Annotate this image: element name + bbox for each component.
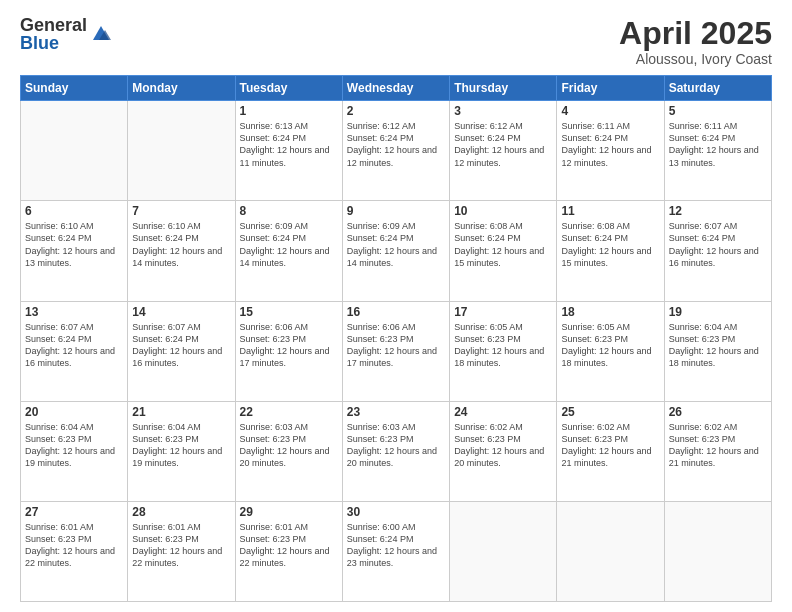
table-row: 23Sunrise: 6:03 AMSunset: 6:23 PMDayligh… bbox=[342, 401, 449, 501]
table-row: 19Sunrise: 6:04 AMSunset: 6:23 PMDayligh… bbox=[664, 301, 771, 401]
day-info: Sunrise: 6:02 AMSunset: 6:23 PMDaylight:… bbox=[669, 421, 767, 470]
table-row: 8Sunrise: 6:09 AMSunset: 6:24 PMDaylight… bbox=[235, 201, 342, 301]
day-number: 27 bbox=[25, 505, 123, 519]
day-info: Sunrise: 6:12 AMSunset: 6:24 PMDaylight:… bbox=[454, 120, 552, 169]
month-title: April 2025 bbox=[619, 16, 772, 51]
day-info: Sunrise: 6:08 AMSunset: 6:24 PMDaylight:… bbox=[454, 220, 552, 269]
day-number: 26 bbox=[669, 405, 767, 419]
calendar-week-row: 27Sunrise: 6:01 AMSunset: 6:23 PMDayligh… bbox=[21, 501, 772, 601]
table-row: 21Sunrise: 6:04 AMSunset: 6:23 PMDayligh… bbox=[128, 401, 235, 501]
header-tuesday: Tuesday bbox=[235, 76, 342, 101]
day-info: Sunrise: 6:12 AMSunset: 6:24 PMDaylight:… bbox=[347, 120, 445, 169]
day-info: Sunrise: 6:13 AMSunset: 6:24 PMDaylight:… bbox=[240, 120, 338, 169]
weekday-header-row: Sunday Monday Tuesday Wednesday Thursday… bbox=[21, 76, 772, 101]
logo: General Blue bbox=[20, 16, 113, 52]
day-info: Sunrise: 6:00 AMSunset: 6:24 PMDaylight:… bbox=[347, 521, 445, 570]
day-number: 20 bbox=[25, 405, 123, 419]
table-row bbox=[557, 501, 664, 601]
table-row: 13Sunrise: 6:07 AMSunset: 6:24 PMDayligh… bbox=[21, 301, 128, 401]
table-row: 6Sunrise: 6:10 AMSunset: 6:24 PMDaylight… bbox=[21, 201, 128, 301]
day-number: 21 bbox=[132, 405, 230, 419]
logo-general-text: General bbox=[20, 16, 87, 34]
header-friday: Friday bbox=[557, 76, 664, 101]
calendar-week-row: 13Sunrise: 6:07 AMSunset: 6:24 PMDayligh… bbox=[21, 301, 772, 401]
table-row: 27Sunrise: 6:01 AMSunset: 6:23 PMDayligh… bbox=[21, 501, 128, 601]
table-row: 14Sunrise: 6:07 AMSunset: 6:24 PMDayligh… bbox=[128, 301, 235, 401]
day-number: 15 bbox=[240, 305, 338, 319]
day-number: 17 bbox=[454, 305, 552, 319]
table-row: 18Sunrise: 6:05 AMSunset: 6:23 PMDayligh… bbox=[557, 301, 664, 401]
table-row: 3Sunrise: 6:12 AMSunset: 6:24 PMDaylight… bbox=[450, 101, 557, 201]
table-row: 2Sunrise: 6:12 AMSunset: 6:24 PMDaylight… bbox=[342, 101, 449, 201]
day-number: 24 bbox=[454, 405, 552, 419]
table-row: 25Sunrise: 6:02 AMSunset: 6:23 PMDayligh… bbox=[557, 401, 664, 501]
table-row bbox=[664, 501, 771, 601]
calendar-week-row: 1Sunrise: 6:13 AMSunset: 6:24 PMDaylight… bbox=[21, 101, 772, 201]
table-row: 11Sunrise: 6:08 AMSunset: 6:24 PMDayligh… bbox=[557, 201, 664, 301]
day-number: 7 bbox=[132, 204, 230, 218]
day-info: Sunrise: 6:06 AMSunset: 6:23 PMDaylight:… bbox=[240, 321, 338, 370]
calendar-week-row: 6Sunrise: 6:10 AMSunset: 6:24 PMDaylight… bbox=[21, 201, 772, 301]
day-number: 19 bbox=[669, 305, 767, 319]
day-number: 12 bbox=[669, 204, 767, 218]
day-number: 13 bbox=[25, 305, 123, 319]
calendar-header: Sunday Monday Tuesday Wednesday Thursday… bbox=[21, 76, 772, 101]
day-number: 28 bbox=[132, 505, 230, 519]
day-info: Sunrise: 6:01 AMSunset: 6:23 PMDaylight:… bbox=[25, 521, 123, 570]
calendar-week-row: 20Sunrise: 6:04 AMSunset: 6:23 PMDayligh… bbox=[21, 401, 772, 501]
location-subtitle: Aloussou, Ivory Coast bbox=[619, 51, 772, 67]
day-number: 5 bbox=[669, 104, 767, 118]
table-row: 22Sunrise: 6:03 AMSunset: 6:23 PMDayligh… bbox=[235, 401, 342, 501]
day-number: 1 bbox=[240, 104, 338, 118]
table-row: 4Sunrise: 6:11 AMSunset: 6:24 PMDaylight… bbox=[557, 101, 664, 201]
table-row: 1Sunrise: 6:13 AMSunset: 6:24 PMDaylight… bbox=[235, 101, 342, 201]
day-info: Sunrise: 6:02 AMSunset: 6:23 PMDaylight:… bbox=[561, 421, 659, 470]
day-info: Sunrise: 6:02 AMSunset: 6:23 PMDaylight:… bbox=[454, 421, 552, 470]
day-number: 16 bbox=[347, 305, 445, 319]
table-row: 28Sunrise: 6:01 AMSunset: 6:23 PMDayligh… bbox=[128, 501, 235, 601]
table-row: 29Sunrise: 6:01 AMSunset: 6:23 PMDayligh… bbox=[235, 501, 342, 601]
day-info: Sunrise: 6:10 AMSunset: 6:24 PMDaylight:… bbox=[132, 220, 230, 269]
day-info: Sunrise: 6:01 AMSunset: 6:23 PMDaylight:… bbox=[240, 521, 338, 570]
day-info: Sunrise: 6:01 AMSunset: 6:23 PMDaylight:… bbox=[132, 521, 230, 570]
header: General Blue April 2025 Aloussou, Ivory … bbox=[20, 16, 772, 67]
day-info: Sunrise: 6:06 AMSunset: 6:23 PMDaylight:… bbox=[347, 321, 445, 370]
table-row bbox=[450, 501, 557, 601]
day-number: 8 bbox=[240, 204, 338, 218]
day-number: 2 bbox=[347, 104, 445, 118]
day-number: 4 bbox=[561, 104, 659, 118]
day-info: Sunrise: 6:11 AMSunset: 6:24 PMDaylight:… bbox=[561, 120, 659, 169]
header-sunday: Sunday bbox=[21, 76, 128, 101]
day-number: 25 bbox=[561, 405, 659, 419]
day-number: 11 bbox=[561, 204, 659, 218]
table-row: 12Sunrise: 6:07 AMSunset: 6:24 PMDayligh… bbox=[664, 201, 771, 301]
day-info: Sunrise: 6:11 AMSunset: 6:24 PMDaylight:… bbox=[669, 120, 767, 169]
day-info: Sunrise: 6:03 AMSunset: 6:23 PMDaylight:… bbox=[347, 421, 445, 470]
table-row bbox=[128, 101, 235, 201]
table-row: 15Sunrise: 6:06 AMSunset: 6:23 PMDayligh… bbox=[235, 301, 342, 401]
header-wednesday: Wednesday bbox=[342, 76, 449, 101]
day-number: 18 bbox=[561, 305, 659, 319]
table-row: 20Sunrise: 6:04 AMSunset: 6:23 PMDayligh… bbox=[21, 401, 128, 501]
day-number: 3 bbox=[454, 104, 552, 118]
day-info: Sunrise: 6:09 AMSunset: 6:24 PMDaylight:… bbox=[240, 220, 338, 269]
day-number: 10 bbox=[454, 204, 552, 218]
day-info: Sunrise: 6:07 AMSunset: 6:24 PMDaylight:… bbox=[669, 220, 767, 269]
calendar-body: 1Sunrise: 6:13 AMSunset: 6:24 PMDaylight… bbox=[21, 101, 772, 602]
day-number: 6 bbox=[25, 204, 123, 218]
header-saturday: Saturday bbox=[664, 76, 771, 101]
day-info: Sunrise: 6:04 AMSunset: 6:23 PMDaylight:… bbox=[25, 421, 123, 470]
header-monday: Monday bbox=[128, 76, 235, 101]
day-number: 23 bbox=[347, 405, 445, 419]
day-info: Sunrise: 6:04 AMSunset: 6:23 PMDaylight:… bbox=[132, 421, 230, 470]
table-row: 16Sunrise: 6:06 AMSunset: 6:23 PMDayligh… bbox=[342, 301, 449, 401]
table-row: 30Sunrise: 6:00 AMSunset: 6:24 PMDayligh… bbox=[342, 501, 449, 601]
header-thursday: Thursday bbox=[450, 76, 557, 101]
day-info: Sunrise: 6:10 AMSunset: 6:24 PMDaylight:… bbox=[25, 220, 123, 269]
table-row bbox=[21, 101, 128, 201]
day-info: Sunrise: 6:05 AMSunset: 6:23 PMDaylight:… bbox=[561, 321, 659, 370]
day-info: Sunrise: 6:05 AMSunset: 6:23 PMDaylight:… bbox=[454, 321, 552, 370]
calendar-table: Sunday Monday Tuesday Wednesday Thursday… bbox=[20, 75, 772, 602]
day-info: Sunrise: 6:07 AMSunset: 6:24 PMDaylight:… bbox=[132, 321, 230, 370]
day-number: 29 bbox=[240, 505, 338, 519]
